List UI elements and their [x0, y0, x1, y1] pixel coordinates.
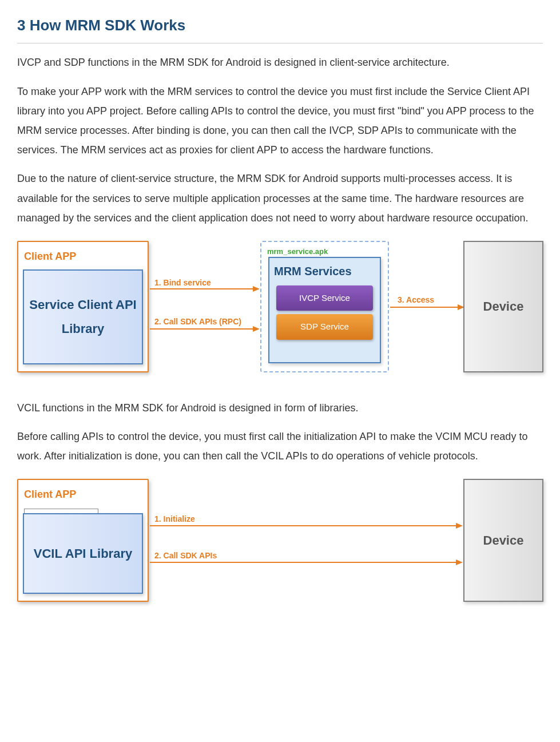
paragraph-usage: To make your APP work with the MRM servi…: [17, 82, 543, 160]
arrow-label-initialize: 1. Initialize: [154, 511, 195, 527]
arrow-label-call: 2. Call SDK APIs (RPC): [154, 314, 241, 330]
paragraph-vcil-usage: Before calling APIs to control the devic…: [17, 427, 543, 466]
service-client-api-library-box: Service Client API Library: [23, 269, 143, 364]
section-heading: 3 How MRM SDK Works: [17, 11, 543, 43]
paragraph-vcil-intro: VCIL functions in the MRM SDK for Androi…: [17, 398, 543, 418]
paragraph-multiproc: Due to the nature of client-service stru…: [17, 169, 543, 228]
apk-container: mrm_service.apk MRM Services IVCP Servic…: [260, 241, 389, 372]
arrow-initialize: [150, 525, 462, 526]
arrow-access: [390, 307, 463, 308]
client-app-box-2: Client APP MrmServiceClientAPI.jar VCIL …: [17, 479, 149, 602]
client-app-title-2: Client APP: [24, 485, 142, 504]
arrow-label-call-sdk: 2. Call SDK APIs: [154, 548, 217, 564]
mrm-services-title: MRM Services: [274, 260, 375, 282]
architecture-diagram-1: Client APP MrmServiceClientAPI.jar Servi…: [17, 238, 543, 387]
client-app-box: Client APP MrmServiceClientAPI.jar Servi…: [17, 241, 149, 372]
ivcp-service-chip: IVCP Service: [276, 285, 373, 311]
paragraph-intro: IVCP and SDP functions in the MRM SDK fo…: [17, 53, 543, 72]
architecture-diagram-2: Client APP MrmServiceClientAPI.jar VCIL …: [17, 476, 543, 608]
arrow-label-access: 3. Access: [398, 292, 434, 308]
arrow-bind-service: [150, 288, 259, 289]
vcil-api-library-box: VCIL API Library: [23, 513, 143, 594]
device-box: Device: [463, 241, 543, 372]
mrm-services-box: MRM Services IVCP Service SDP Service: [268, 257, 381, 363]
sdp-service-chip: SDP Service: [276, 314, 373, 340]
client-app-title: Client APP: [24, 247, 142, 266]
device-box-2: Device: [463, 479, 543, 602]
